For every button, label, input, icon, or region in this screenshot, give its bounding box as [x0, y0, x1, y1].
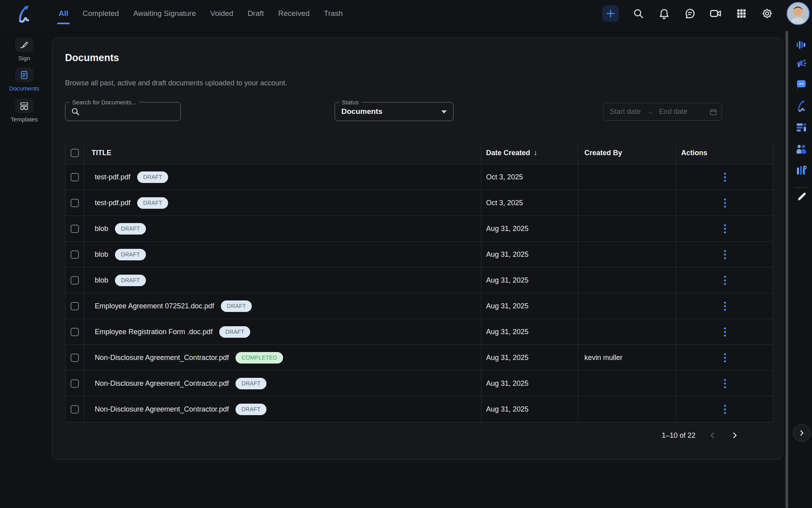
column-header-title: TITLE — [92, 149, 111, 157]
people-icon[interactable] — [795, 143, 807, 157]
status-badge: DRAFT — [137, 197, 168, 209]
row-date-created: Aug 31, 2025 — [486, 354, 529, 362]
sidebar-collapse-button[interactable] — [793, 424, 810, 442]
select-all-checkbox[interactable] — [71, 149, 79, 157]
documents-panel: Documents Browse all past, active and dr… — [52, 37, 783, 460]
row-checkbox[interactable] — [71, 250, 79, 259]
documents-table: TITLE Date Created ↓ Created By Actions … — [65, 142, 773, 422]
status-select-label: Status — [339, 99, 361, 106]
row-actions-menu-button[interactable] — [722, 377, 728, 391]
sidebar-item-sign[interactable]: Sign — [0, 37, 48, 62]
new-document-button[interactable] — [602, 5, 619, 22]
row-actions-menu-button[interactable] — [722, 402, 728, 416]
row-checkbox[interactable] — [71, 405, 79, 414]
tab-awaiting-signature[interactable]: Awaiting Signature — [126, 0, 203, 27]
status-badge: DRAFT — [236, 378, 266, 389]
search-input[interactable]: Search for Documents... — [65, 102, 181, 121]
pencil-icon[interactable] — [796, 190, 807, 203]
app-logo-icon[interactable] — [14, 4, 33, 23]
form-list-icon[interactable] — [795, 121, 807, 135]
bar-chart-check-icon[interactable] — [795, 164, 807, 178]
signature-pen-icon — [19, 40, 29, 50]
row-actions-menu-button[interactable] — [722, 196, 728, 210]
document-title: blob — [95, 276, 108, 285]
row-actions-menu-button[interactable] — [722, 351, 728, 365]
sidebar-item-templates[interactable]: Templates — [0, 98, 48, 123]
apps-grid-icon — [736, 8, 747, 19]
signature-icon[interactable] — [795, 99, 808, 114]
row-checkbox[interactable] — [71, 173, 79, 181]
apps-button[interactable] — [735, 7, 748, 20]
status-badge: DRAFT — [115, 249, 146, 260]
status-select-value: Documents — [341, 107, 382, 116]
row-checkbox[interactable] — [71, 302, 79, 310]
row-actions-menu-button[interactable] — [722, 222, 728, 236]
row-date-created: Aug 31, 2025 — [486, 250, 529, 259]
sidebar-item-label: Documents — [9, 85, 39, 92]
status-badge: DRAFT — [115, 275, 146, 286]
row-checkbox[interactable] — [71, 379, 79, 388]
status-badge: DRAFT — [137, 171, 168, 183]
video-meeting-button[interactable] — [709, 7, 722, 20]
table-row: Employee Registration Form .doc.pdf DRAF… — [65, 319, 773, 345]
chat-bubble-icon — [684, 8, 696, 19]
search-button[interactable] — [632, 7, 645, 20]
row-actions-menu-button[interactable] — [722, 170, 728, 184]
poll-icon[interactable] — [795, 39, 807, 52]
user-avatar[interactable] — [787, 2, 810, 25]
chat-button[interactable] — [684, 7, 696, 20]
table-row: Non-Disclosure Agreement_Contractor.pdf … — [65, 371, 773, 396]
status-select[interactable]: Status Documents — [335, 102, 454, 121]
chevron-left-icon — [708, 431, 717, 440]
tab-draft[interactable]: Draft — [240, 0, 271, 27]
table-row: Non-Disclosure Agreement_Contractor.pdf … — [65, 345, 773, 371]
gear-icon — [761, 8, 773, 19]
row-date-created: Aug 31, 2025 — [486, 302, 529, 310]
row-checkbox[interactable] — [71, 276, 79, 285]
search-input-label: Search for Documents... — [70, 99, 139, 106]
date-range-input[interactable]: Start date → End date — [603, 103, 722, 121]
row-actions-menu-button[interactable] — [722, 273, 728, 287]
settings-button[interactable] — [761, 7, 774, 20]
sidebar-item-documents[interactable]: Documents — [0, 67, 48, 92]
table-row: blob DRAFT Aug 31, 2025 — [65, 267, 773, 293]
chevron-down-icon — [441, 110, 447, 114]
tab-trash[interactable]: Trash — [317, 0, 350, 27]
chevron-right-icon — [797, 429, 806, 437]
table-header: TITLE Date Created ↓ Created By Actions — [65, 142, 773, 164]
column-header-date-created[interactable]: Date Created ↓ — [481, 142, 578, 164]
chat-screen-icon[interactable] — [795, 79, 807, 92]
row-date-created: Aug 31, 2025 — [486, 225, 529, 233]
page-scrollbar[interactable] — [785, 31, 788, 508]
row-actions-menu-button[interactable] — [722, 299, 728, 313]
row-actions-menu-button[interactable] — [722, 248, 728, 262]
next-page-button[interactable] — [730, 430, 740, 441]
plus-icon — [605, 8, 616, 19]
row-date-created: Aug 31, 2025 — [486, 405, 529, 414]
status-badge: DRAFT — [219, 326, 250, 338]
table-row: test-pdf.pdf DRAFT Oct 3, 2025 — [65, 164, 773, 190]
row-checkbox[interactable] — [71, 354, 79, 362]
previous-page-button[interactable] — [707, 430, 718, 441]
tab-all[interactable]: All — [52, 0, 75, 27]
megaphone-icon[interactable] — [795, 58, 807, 71]
table-row: test-pdf.pdf DRAFT Oct 3, 2025 — [65, 190, 773, 216]
sort-descending-icon: ↓ — [534, 148, 538, 157]
row-date-created: Oct 3, 2025 — [486, 199, 523, 207]
row-date-created: Oct 3, 2025 — [486, 173, 523, 181]
tab-voided[interactable]: Voided — [203, 0, 240, 27]
tab-completed[interactable]: Completed — [75, 0, 126, 27]
row-checkbox[interactable] — [71, 328, 79, 336]
row-checkbox[interactable] — [71, 225, 79, 233]
tab-received[interactable]: Received — [271, 0, 317, 27]
row-checkbox[interactable] — [71, 199, 79, 207]
search-icon — [632, 8, 644, 19]
sidebar-item-label: Templates — [11, 116, 38, 123]
notifications-button[interactable] — [658, 7, 670, 20]
start-date-placeholder: Start date — [610, 108, 641, 116]
row-actions-menu-button[interactable] — [722, 325, 728, 339]
document-title: test-pdf.pdf — [95, 173, 130, 181]
status-badge: DRAFT — [115, 223, 146, 235]
top-bar: All Completed Awaiting Signature Voided … — [0, 0, 812, 27]
left-sidebar: Sign Documents Templates — [0, 27, 48, 508]
